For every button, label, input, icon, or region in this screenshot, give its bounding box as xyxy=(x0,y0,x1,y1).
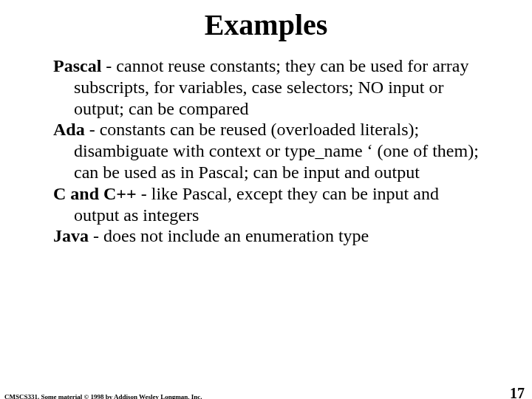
slide: Examples Pascal - cannot reuse constants… xyxy=(0,7,532,399)
entry-pascal: Pascal - cannot reuse constants; they ca… xyxy=(53,55,488,119)
slide-title: Examples xyxy=(0,7,532,42)
entry-java: Java - does not include an enumeration t… xyxy=(53,225,488,247)
lang-label: Java xyxy=(53,226,89,245)
page-number: 17 xyxy=(510,385,525,399)
lang-label: Ada xyxy=(53,120,85,139)
footer-copyright: CMSCS331. Some material © 1998 by Addiso… xyxy=(4,393,202,399)
lang-label: Pascal xyxy=(53,56,101,75)
entry-text: - does not include an enumeration type xyxy=(89,226,369,245)
slide-body: Pascal - cannot reuse constants; they ca… xyxy=(53,55,488,247)
entry-text: - constants can be reused (overloaded li… xyxy=(74,120,479,182)
entry-c-cpp: C and C++ - like Pascal, except they can… xyxy=(53,183,488,226)
lang-label: C and C++ xyxy=(53,184,137,203)
entry-ada: Ada - constants can be reused (overloade… xyxy=(53,119,488,183)
entry-text: - cannot reuse constants; they can be us… xyxy=(74,56,468,118)
